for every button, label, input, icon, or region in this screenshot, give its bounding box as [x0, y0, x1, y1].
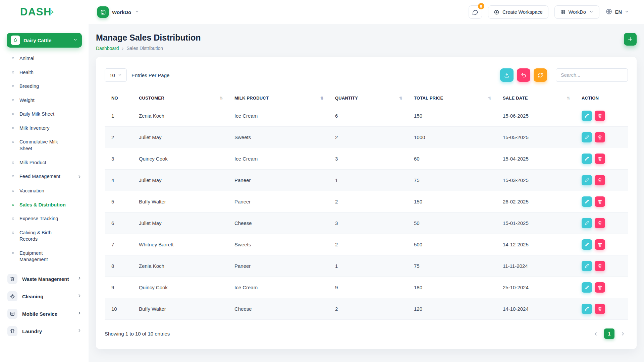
breadcrumb-dashboard-link[interactable]: Dashboard [96, 46, 119, 51]
cell-customer: Juliet May [135, 127, 230, 148]
sidebar-item-weight[interactable]: Weight [7, 94, 82, 108]
cell-date: 15-05-2025 [499, 127, 578, 148]
cell-customer: Whitney Barrett [135, 234, 230, 255]
sidebar-item-equipment-management[interactable]: Equipment Management [7, 246, 82, 267]
sidebar-item-feed-management[interactable]: Feed Management [7, 170, 82, 184]
topbar-actions: 0 Create Workspace WorkDo EN [469, 5, 629, 19]
sidebar-item-daily-milk-sheet[interactable]: Daily Milk Sheet [7, 107, 82, 121]
cell-no: 4 [105, 170, 135, 191]
edit-button[interactable] [582, 196, 592, 207]
cell-total: 50 [410, 213, 499, 234]
cell-product: Sweets [230, 234, 331, 255]
undo-button[interactable] [517, 68, 530, 82]
cell-no: 7 [105, 234, 135, 255]
sort-icon[interactable]: ⇅ [567, 96, 570, 101]
delete-button[interactable] [595, 304, 605, 314]
edit-button[interactable] [582, 175, 592, 185]
create-workspace-button[interactable]: Create Workspace [488, 5, 548, 19]
sidebar-module-laundry[interactable]: Laundry [7, 322, 82, 340]
dash-logo[interactable]: DASH [20, 6, 55, 18]
sidebar-item-milk-product[interactable]: Milk Product [7, 156, 82, 170]
cell-quantity: 2 [331, 234, 410, 255]
sidebar-item-expense-tracking[interactable]: Expense Tracking [7, 212, 82, 226]
pencil-icon [584, 178, 589, 183]
delete-button[interactable] [595, 282, 605, 293]
entries-per-page-select[interactable]: 10 [105, 68, 127, 82]
edit-button[interactable] [582, 111, 592, 121]
previous-page-button[interactable] [591, 329, 601, 339]
sidebar-item-calving-birth-records[interactable]: Calving & Birth Records [7, 226, 82, 246]
next-page-button[interactable] [618, 329, 628, 339]
edit-button[interactable] [582, 282, 592, 293]
cell-actions [578, 213, 628, 234]
sidebar-module-waste-management[interactable]: Waste Management [7, 270, 82, 288]
pencil-icon [584, 113, 589, 118]
messages-button[interactable]: 0 [469, 5, 482, 19]
search-input[interactable] [556, 68, 628, 82]
cell-quantity: 3 [331, 148, 410, 170]
edit-button[interactable] [582, 304, 592, 314]
sort-icon[interactable]: ⇅ [220, 96, 223, 101]
sidebar-item-health[interactable]: Health [7, 66, 82, 80]
entries-per-page-value: 10 [109, 72, 115, 78]
trash-icon [597, 306, 602, 311]
delete-button[interactable] [595, 154, 605, 164]
sidebar-item-commulative-milk-sheet[interactable]: Commulative Milk Sheet [7, 135, 82, 156]
delete-button[interactable] [595, 175, 605, 185]
bullet-icon [11, 99, 15, 102]
col-quantity[interactable]: QUANTITY⇅ [331, 91, 410, 105]
sidebar-item-animal[interactable]: Animal [7, 52, 82, 66]
delete-button[interactable] [595, 261, 605, 271]
table-controls: 10 Entries Per Page [105, 68, 628, 82]
sales-table-card: 10 Entries Per Page [96, 57, 637, 349]
edit-button[interactable] [582, 261, 592, 271]
delete-button[interactable] [595, 132, 605, 142]
trash-icon [597, 113, 602, 118]
cell-date: 15-03-2025 [499, 170, 578, 191]
trash-icon [597, 156, 602, 161]
cell-total: 75 [410, 255, 499, 277]
sidebar-item-vaccination[interactable]: Vaccination [7, 184, 82, 198]
trash-icon [597, 199, 602, 204]
cell-total: 150 [410, 191, 499, 213]
col-no: NO [105, 91, 135, 105]
edit-button[interactable] [582, 132, 592, 142]
cell-actions [578, 148, 628, 170]
edit-button[interactable] [582, 239, 592, 250]
delete-button[interactable] [595, 239, 605, 250]
export-button[interactable] [500, 68, 514, 82]
cell-date: 15-04-2025 [499, 148, 578, 170]
cell-customer: Juliet May [135, 170, 230, 191]
edit-button[interactable] [582, 218, 592, 228]
edit-button[interactable] [582, 154, 592, 164]
cell-no: 3 [105, 148, 135, 170]
undo-icon [521, 72, 527, 78]
refresh-button[interactable] [534, 68, 547, 82]
sort-icon[interactable]: ⇅ [488, 96, 491, 101]
delete-button[interactable] [595, 218, 605, 228]
sort-icon[interactable]: ⇅ [399, 96, 402, 101]
workspace-icon [97, 6, 109, 18]
sidebar-item-breeding[interactable]: Breeding [7, 79, 82, 94]
cell-quantity: 6 [331, 105, 410, 127]
page-number-button[interactable]: 1 [604, 328, 614, 339]
chevron-down-icon [73, 37, 78, 43]
col-milk-product[interactable]: MILK PRODUCT⇅ [230, 91, 331, 105]
bullet-icon [11, 231, 15, 234]
module-selector-dairy-cattle[interactable]: Dairy Cattle [7, 33, 82, 48]
sidebar-item-sales-distribution[interactable]: Sales & Distribution [7, 198, 82, 212]
col-customer[interactable]: CUSTOMER⇅ [135, 91, 230, 105]
language-selector[interactable]: EN [605, 8, 629, 16]
delete-button[interactable] [595, 111, 605, 121]
add-sale-button[interactable] [624, 33, 637, 46]
workdo-menu-button[interactable]: WorkDo [554, 5, 599, 19]
cell-quantity: 9 [331, 277, 410, 298]
delete-button[interactable] [595, 196, 605, 207]
sidebar-module-cleaning[interactable]: Cleaning [7, 288, 82, 305]
sidebar-module-mobile-service[interactable]: Mobile Service [7, 305, 82, 322]
sort-icon[interactable]: ⇅ [320, 96, 324, 101]
col-sale-date[interactable]: SALE DATE⇅ [499, 91, 578, 105]
workspace-selector[interactable]: WorkDo [97, 6, 140, 18]
col-total-price[interactable]: TOTAL PRICE⇅ [410, 91, 499, 105]
sidebar-item-milk-inventory[interactable]: Milk Inventory [7, 121, 82, 135]
